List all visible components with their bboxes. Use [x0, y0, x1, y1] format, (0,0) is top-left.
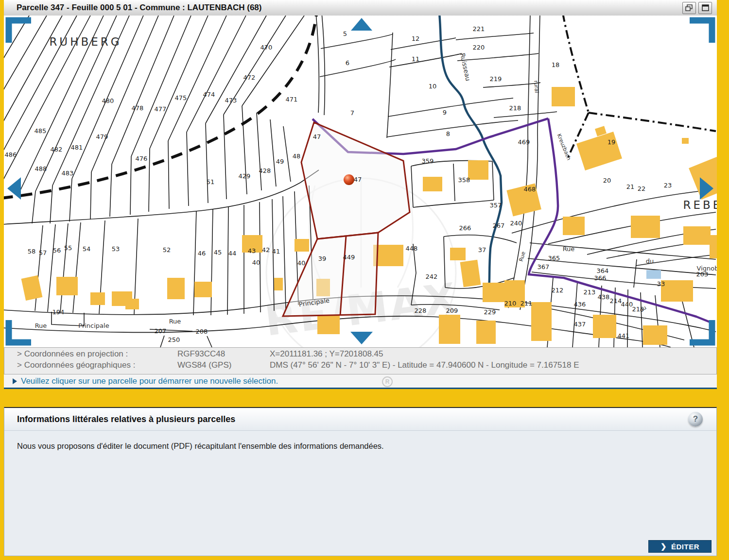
parcel-number-label: 47	[313, 133, 321, 140]
parcel-number-label: 472	[243, 74, 256, 81]
parcel-number-label: 476	[136, 155, 148, 162]
street-label: Kreuzbach	[555, 133, 572, 161]
parcel-number-label: 449	[343, 254, 355, 261]
parcel-number-label: 471	[286, 96, 298, 103]
parcel-number-label: 214	[610, 297, 622, 305]
parcel-number-label: 483	[62, 170, 74, 177]
parcel-number-label: 428	[259, 167, 271, 174]
parcel-number-label: 240	[510, 220, 522, 227]
parcel-number-label: 9	[443, 109, 447, 116]
street-label: Principale	[78, 322, 109, 329]
commune-boundary	[563, 16, 716, 160]
street-label: Ruisseau	[459, 52, 472, 82]
information-panel: Informations littérales relatives à plus…	[4, 407, 717, 556]
panel-header: Informations littérales relatives à plus…	[4, 408, 716, 431]
help-button[interactable]: ?	[688, 412, 703, 426]
maximize-icon	[702, 4, 709, 11]
parcel-marker[interactable]	[344, 174, 354, 185]
parcel-number-label: 479	[96, 133, 108, 140]
parcel-number-label: 367	[538, 263, 550, 271]
parcel-number-label: 357	[490, 202, 502, 209]
parcel-number-label: 57	[39, 249, 47, 256]
parcel-number-label: 213	[584, 288, 596, 296]
coordinates-panel: > Coordonnées en projection : RGF93CC48 …	[4, 347, 717, 374]
parcel-number-label: 219	[490, 75, 502, 83]
restore-window-button[interactable]	[682, 2, 696, 14]
window-title: Parcelle 347 - Feuille 000 5 01 - Commun…	[4, 3, 682, 13]
parcel-number-label: 8	[446, 130, 450, 137]
parcel-number-label: 12	[412, 35, 420, 42]
parcel-number-label: 473	[225, 97, 237, 104]
parcel-number-label: 40	[252, 259, 260, 266]
street-label: du	[646, 257, 654, 265]
parcel-number-label: 220	[473, 44, 485, 51]
street-label: Rue	[518, 251, 527, 262]
parcel-number-label: 5	[343, 30, 347, 37]
parcel-number-label: 448	[406, 245, 418, 252]
parcel-number-label: 19	[608, 138, 616, 146]
parcel-number-label: 37	[478, 246, 486, 254]
registered-trademark-icon: R	[382, 376, 393, 387]
parcel-number-label: 33	[657, 280, 665, 288]
street-label: Rue	[169, 318, 181, 325]
parcel-number-label: 6	[346, 59, 349, 67]
parcel-number-label: 209	[446, 307, 458, 314]
instruction-text: Veuillez cliquer sur une parcelle pour d…	[21, 376, 278, 386]
parcel-number-label: 20	[603, 177, 611, 184]
parcel-number-label: 250	[168, 336, 180, 343]
pan-up-arrow[interactable]	[351, 18, 372, 31]
street-label: Vignob	[697, 265, 717, 272]
parcel-number-label: 474	[203, 91, 215, 98]
parcel-number-label: 23	[664, 182, 672, 189]
parcel-number-label: 45	[214, 249, 222, 256]
parcel-number-label: 485	[35, 127, 47, 135]
parcel-number-label: 43	[248, 247, 256, 255]
parcel-number-label: 22	[638, 185, 646, 192]
parcel-number-label: 194	[52, 308, 65, 316]
parcel-number-label: 7	[350, 109, 354, 117]
window-titlebar: Parcelle 347 - Feuille 000 5 01 - Commun…	[4, 0, 717, 16]
pan-down-arrow[interactable]	[350, 332, 373, 344]
parcel-number-label: 207	[155, 327, 167, 335]
parcel-number-label: 488	[35, 165, 47, 172]
parcel-number-label: 229	[484, 308, 496, 316]
parcel-number-label: 475	[175, 94, 187, 102]
parcel-number-label: 55	[64, 244, 72, 252]
edit-button-label: ÉDITER	[671, 543, 699, 551]
parcel-number-label: 54	[83, 245, 91, 253]
parcel-number-label: 366	[594, 274, 607, 282]
parcel-number-label: 11	[412, 55, 420, 63]
parcel-number-label: 441	[618, 332, 630, 339]
parcel-number-label: 39	[318, 255, 327, 262]
cadastral-map[interactable]: RE/MAX	[4, 16, 717, 348]
parcel-number-label: 40	[297, 259, 306, 267]
pool	[646, 270, 661, 279]
parcel-number-label: 481	[71, 144, 83, 151]
parcel-number-label: 46	[198, 250, 206, 257]
parcel-number-label: 48	[293, 153, 301, 160]
parcel-number-label: 211	[521, 300, 533, 307]
parcel-number-label: 266	[459, 224, 471, 232]
chevron-right-icon: ❯	[660, 542, 667, 551]
parcel-number-label: 44	[228, 250, 237, 257]
maximize-window-button[interactable]	[698, 2, 712, 14]
street-label: Rue	[35, 322, 47, 329]
parcel-number-label: 437	[574, 321, 586, 328]
parcel-number-label: 242	[426, 273, 438, 280]
street-label: Rue	[563, 245, 575, 253]
parcel-number-label: 49	[276, 158, 284, 165]
instruction-bar: Veuillez cliquer sur une parcelle pour d…	[4, 374, 717, 389]
edit-pdf-button[interactable]: ❯ ÉDITER	[648, 540, 712, 553]
parcel-number-label: 358	[458, 176, 470, 184]
parcel-number-label: 436	[574, 301, 586, 308]
geographic-label: > Coordonnées géographiques :	[17, 360, 177, 370]
parcel-number-label: 478	[132, 104, 144, 112]
parcel-number-label: 468	[524, 186, 536, 193]
geographic-coordinates-row: > Coordonnées géographiques : WGS84 (GPS…	[4, 359, 716, 370]
parcel-number-label: 10	[429, 83, 437, 90]
parcel-number-label: 470	[260, 44, 273, 51]
projection-value: X=2011181.36 ; Y=7201808.45	[270, 349, 716, 359]
parcel-number-label: 228	[415, 307, 427, 314]
marker-label: 47	[354, 176, 362, 183]
parcel-number-label: 440	[621, 301, 633, 308]
